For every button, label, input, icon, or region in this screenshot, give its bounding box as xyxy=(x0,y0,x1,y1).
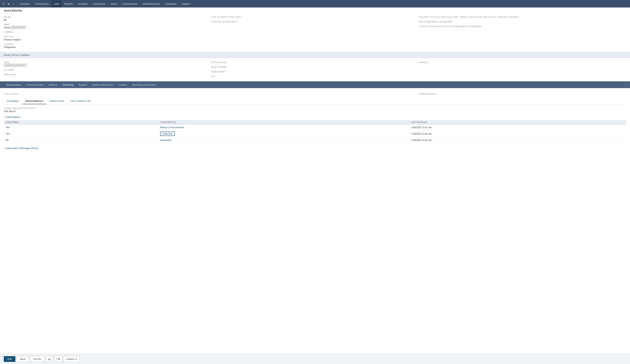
mrms-label: MR./MS... xyxy=(4,16,211,18)
nav-item-setup[interactable]: Setup xyxy=(108,0,120,8)
address-field: ADDRESS xyxy=(419,60,626,65)
office-phone-field: OFFICE PHONE xyxy=(211,60,419,65)
campaign-event-label: CAMPAIGN EVENT xyxy=(419,93,626,95)
tab-cart-contents[interactable]: Cart Contents 0.00 xyxy=(67,98,94,104)
subnav-communication[interactable]: Communication xyxy=(24,81,46,88)
fax-field: FAX xyxy=(211,74,419,79)
alt-email-field: ALT. EMAIL xyxy=(4,68,211,72)
home-phone-field: HOME PHONE xyxy=(211,70,419,74)
subscribed-value-3: No xyxy=(4,138,158,143)
table-row-3: No Newsletter 1/30/2021 5:01 am xyxy=(4,138,626,143)
refresh-icon[interactable]: ↺ xyxy=(2,1,6,6)
fax-label: FAX xyxy=(211,76,419,78)
subscription-link[interactable]: Billing Communication xyxy=(160,126,184,129)
contact-section-header: Email | Phone | Address xyxy=(0,52,630,58)
subnav-more-icon[interactable]: ⋮ xyxy=(624,84,626,86)
type-of-work-label: TYPE OF WORK CLIENT DOES xyxy=(211,16,419,18)
home-icon[interactable]: ⌂ xyxy=(12,1,15,6)
tab-online-forms[interactable]: Online Forms xyxy=(46,98,67,104)
campaign-event-field: CAMPAIGN EVENT xyxy=(419,92,626,96)
nav-item-suiteapps[interactable]: SuiteApps xyxy=(162,0,179,8)
nav-item-support[interactable]: Support xyxy=(179,0,193,8)
subnav-system-information[interactable]: System Information xyxy=(90,81,116,88)
table-row: Yes Billing Communication 1/30/2021 5:01… xyxy=(4,125,626,130)
subnav-marketing-automation[interactable]: Marketing Automation xyxy=(130,81,158,88)
col-subscription: SUBSCRIPTION xyxy=(158,120,409,125)
availabity-label: AVAILABITY FOR CALL WITH SALES REP - SPE… xyxy=(419,16,626,18)
tab-campaigns[interactable]: Campaigns xyxy=(4,98,22,104)
alt-email-label: ALT. EMAIL xyxy=(4,69,211,71)
subnav-support[interactable]: Support xyxy=(76,81,90,88)
subscriptions-table-body: Yes Billing Communication 1/30/2021 5:01… xyxy=(4,125,626,143)
company-field: COMPANY xyxy=(4,30,211,35)
nav-item-documents[interactable]: Documents xyxy=(90,0,108,8)
lead-source-label: LEAD SOURCE xyxy=(4,93,211,95)
services-label: SERVICES INTERESTED IN xyxy=(211,21,419,23)
mrms-value: Ms xyxy=(4,18,211,21)
subscriptions-section: Subscriptions SUBSCRIBED SUBSCRIPTION LA… xyxy=(4,116,626,151)
mobile-phone-label: MOBILE PHONE xyxy=(211,66,419,68)
subscribed-value-2: Yes xyxy=(4,130,158,138)
nav-icon-group: ↺ ★ ⌂ xyxy=(2,1,15,6)
subscription-link-collective[interactable]: Collective xyxy=(162,132,172,135)
sub-navigation: Relationships Communication Address Mark… xyxy=(0,81,630,88)
email-label: EMAIL xyxy=(4,62,211,64)
subscription-message-history[interactable]: Subscription Message History xyxy=(4,145,626,151)
fields-grid-top: MR./MS... Ms NAME Jessa lastname COMPANY… xyxy=(0,13,630,52)
subscribed-value: Yes xyxy=(4,125,158,130)
address-link[interactable]: Address xyxy=(21,54,30,56)
availabity-field: AVAILABITY FOR CALL WITH SALES REP - SPE… xyxy=(419,15,626,20)
content-label: CONTENT FROM WHICH CLIENT LEARNED ABOUT … xyxy=(419,26,626,28)
subnav-marketing[interactable]: Marketing xyxy=(60,81,76,88)
subscription-status-block: GLOBAL SUBSCRIPTION STATUS Soft Opt-In xyxy=(4,108,626,113)
col-subscribed: SUBSCRIBED xyxy=(4,120,158,125)
favorites-icon[interactable]: ★ xyxy=(6,1,11,6)
email-value: email@example.com xyxy=(4,64,211,67)
mobile-phone-field: MOBILE PHONE xyxy=(211,65,419,70)
record-name: Jessa Racoma xyxy=(0,8,630,13)
content-field: CONTENT FROM WHICH CLIENT LEARNED ABOUT … xyxy=(419,24,626,29)
nav-item-customization[interactable]: Customization xyxy=(120,0,140,8)
subnav-custom[interactable]: Custom xyxy=(116,81,130,88)
table-row-highlighted: Yes Collective 1/30/2021 5:01 am xyxy=(4,130,626,138)
home-phone-label: HOME PHONE xyxy=(211,71,419,73)
nav-item-marketing-dash[interactable]: Marketing Dash xyxy=(140,0,162,8)
subscriptions-title[interactable]: Subscriptions xyxy=(4,116,626,118)
name-blurred: lastname xyxy=(11,26,26,29)
marketing-tab-content: LEAD SOURCE CAMPAIGN EVENT Campaigns Sub… xyxy=(0,88,630,153)
nav-items-list: Activities Transactions Lists Reports An… xyxy=(18,0,193,8)
top-navigation: ↺ ★ ⌂ Activities Transactions Lists Repo… xyxy=(0,0,630,8)
subscription-status-value: Soft Opt-In xyxy=(4,110,626,113)
subnav-relationships[interactable]: Relationships xyxy=(4,81,24,88)
country-field: COUNTRY Philippines xyxy=(4,42,211,50)
nav-item-lists[interactable]: Lists xyxy=(52,0,62,8)
subscriptions-table-header: SUBSCRIBED SUBSCRIPTION LAST MODIFIED xyxy=(4,120,626,125)
last-modified-value: 1/30/2021 5:01 am xyxy=(409,125,626,130)
office-phone-label: OFFICE PHONE xyxy=(211,62,419,64)
country-label: COUNTRY xyxy=(4,43,211,45)
job-title-value: Product Analyst xyxy=(4,38,211,41)
nav-item-analytics[interactable]: Analytics xyxy=(76,0,90,8)
country-value: Philippines xyxy=(4,46,211,48)
nav-item-transactions[interactable]: Transactions xyxy=(32,0,52,8)
name-field: NAME Jessa lastname xyxy=(4,22,211,30)
email-link[interactable]: Email xyxy=(4,54,10,56)
company-label: COMPANY xyxy=(4,31,211,33)
name-value: Jessa lastname xyxy=(4,26,211,29)
nav-item-activities[interactable]: Activities xyxy=(18,0,32,8)
job-title-field: JOB TITLE Product Analyst xyxy=(4,35,211,42)
type-of-work-field: TYPE OF WORK CLIENT DOES xyxy=(211,15,419,20)
tab-subscriptions[interactable]: Subscriptions ▸ xyxy=(22,98,46,104)
last-modified-value-3: 1/30/2021 5:01 am xyxy=(409,138,626,143)
job-title-label: JOB TITLE xyxy=(4,36,211,38)
marketing-fields: LEAD SOURCE CAMPAIGN EVENT xyxy=(4,90,626,98)
subscription-link-newsletter[interactable]: Newsletter xyxy=(160,139,172,142)
phone-link[interactable]: Phone xyxy=(12,54,19,56)
nav-item-reports[interactable]: Reports xyxy=(62,0,76,8)
subscription-value-3: Newsletter xyxy=(158,138,409,143)
email-field: EMAIL email@example.com xyxy=(4,60,211,68)
contact-fields-grid: EMAIL email@example.com ALT. EMAIL MAIN … xyxy=(0,58,630,81)
last-modified-value-2: 1/30/2021 5:01 am xyxy=(409,130,626,138)
how-heard-field: HOW HEARD ABOUT PRODEGEMR xyxy=(419,20,626,24)
subnav-address[interactable]: Address xyxy=(46,81,60,88)
